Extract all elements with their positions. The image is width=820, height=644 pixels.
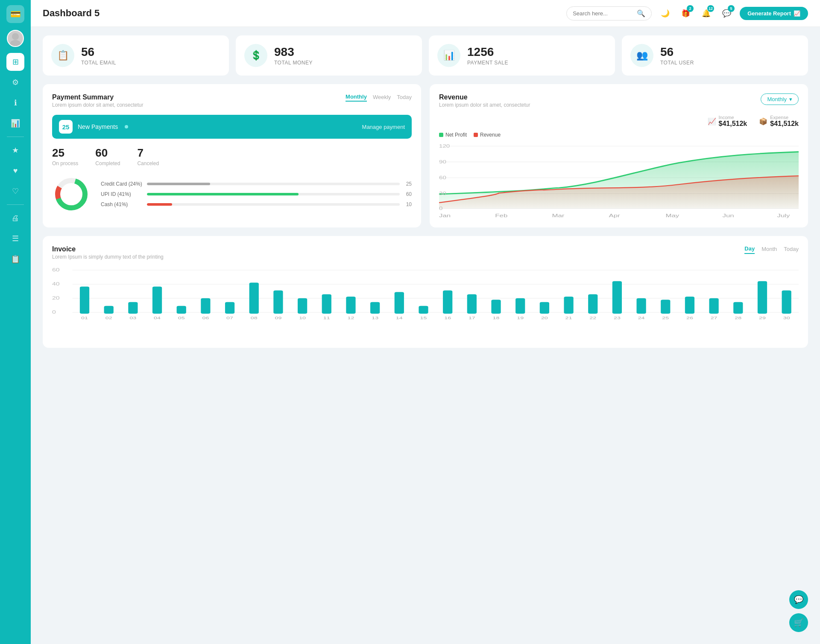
bar-30[interactable]	[782, 291, 791, 314]
bar-26[interactable]	[685, 297, 694, 314]
sidebar-item-doc[interactable]: 📋	[6, 250, 24, 268]
bar-05[interactable]	[177, 306, 186, 314]
doc-icon: 📋	[11, 254, 20, 264]
tab-today[interactable]: Today	[397, 93, 412, 102]
sidebar-item-analytics[interactable]: 📊	[6, 114, 24, 132]
sidebar-item-print[interactable]: 🖨	[6, 209, 24, 227]
search-input[interactable]	[573, 10, 633, 17]
svg-text:40: 40	[52, 282, 60, 286]
stat-cards: 📋 56 TOTAL EMAIL 💲 983 TOTAL MONEY 📊 125…	[43, 35, 808, 76]
bar-14[interactable]	[395, 292, 404, 314]
payment-summary-title-block: Payment Summary Lorem ipsum dolor sit am…	[52, 93, 143, 108]
bar-label-12: 12	[348, 316, 354, 321]
sidebar: 💳 ⊞ ⚙ ℹ 📊 ★ ♥ ♡ 🖨 ☰ 📋	[0, 0, 31, 644]
sidebar-logo[interactable]: 💳	[6, 5, 24, 23]
bar-label-29: 29	[759, 316, 766, 321]
dashboard-body: 📋 56 TOTAL EMAIL 💲 983 TOTAL MONEY 📊 125…	[31, 27, 820, 356]
bar-10[interactable]	[298, 298, 307, 314]
invoice-tabs: Day Month Today	[744, 245, 799, 254]
generate-report-button[interactable]: Generate Report 📈	[740, 7, 808, 20]
sidebar-item-heart1[interactable]: ♥	[6, 162, 24, 180]
bar-label-06: 06	[202, 316, 209, 321]
sidebar-item-info[interactable]: ℹ	[6, 94, 24, 112]
sidebar-item-star[interactable]: ★	[6, 141, 24, 159]
bar-16[interactable]	[443, 291, 452, 314]
bell-button[interactable]: 🔔 12	[699, 6, 713, 20]
revenue-title-block: Revenue Lorem ipsum dolor sit amet, cons…	[439, 93, 530, 108]
bar-20[interactable]	[540, 302, 549, 314]
bar-21[interactable]	[564, 297, 573, 314]
svg-text:0: 0	[439, 206, 442, 211]
search-icon: 🔍	[637, 9, 645, 17]
bar-24[interactable]	[636, 298, 646, 314]
bar-02[interactable]	[104, 306, 114, 314]
revenue-subtitle: Lorem ipsum dolor sit amet, consectetur	[439, 102, 530, 108]
bar-08[interactable]	[249, 283, 259, 314]
manage-payment-link[interactable]: Manage payment	[362, 124, 405, 130]
fab-cart-button[interactable]: 🛒	[789, 613, 808, 632]
legend-row: Net Profit Revenue	[439, 132, 799, 138]
bar-07[interactable]	[225, 302, 234, 314]
bar-22[interactable]	[588, 294, 597, 314]
fab-chat-button[interactable]: 💬	[789, 590, 808, 609]
bar-03[interactable]	[128, 302, 138, 314]
bar-04[interactable]	[152, 286, 162, 314]
bell-badge: 12	[707, 5, 714, 12]
bar-18[interactable]	[491, 300, 501, 314]
bar-25[interactable]	[661, 300, 670, 314]
search-box[interactable]: 🔍	[566, 6, 652, 20]
bar-09[interactable]	[273, 291, 283, 314]
credit-card-bar-fill	[147, 183, 210, 185]
bar-label-15: 15	[420, 316, 427, 321]
bar-label-07: 07	[226, 316, 233, 321]
bar-label-05: 05	[178, 316, 185, 321]
bar-19[interactable]	[515, 298, 525, 314]
bar-label-03: 03	[129, 316, 136, 321]
bar-12[interactable]	[346, 297, 355, 314]
theme-toggle-button[interactable]: 🌙	[658, 6, 672, 20]
bar-28[interactable]	[733, 302, 743, 314]
sidebar-item-list[interactable]: ☰	[6, 230, 24, 248]
bar-17[interactable]	[467, 294, 477, 314]
payment-summary-tabs: Monthly Weekly Today	[346, 93, 412, 102]
bar-27[interactable]	[709, 298, 719, 314]
svg-text:60: 60	[52, 268, 60, 272]
tab-weekly[interactable]: Weekly	[373, 93, 391, 102]
header: Dashboard 5 🔍 🌙 🎁 2 🔔 12 💬 5 Gen	[31, 0, 820, 27]
tab-monthly[interactable]: Monthly	[346, 93, 367, 102]
bar-label-02: 02	[105, 316, 112, 321]
invoice-title: Invoice	[52, 245, 164, 253]
bar-15[interactable]	[419, 306, 428, 314]
credit-card-bar-bg	[147, 183, 400, 185]
bar-label-08: 08	[251, 316, 258, 321]
svg-text:30: 30	[439, 191, 446, 196]
avatar[interactable]	[7, 30, 24, 47]
invoice-tab-month[interactable]: Month	[761, 245, 777, 254]
bar-23[interactable]	[612, 281, 622, 314]
bar-label-20: 20	[541, 316, 548, 321]
bar-06[interactable]	[201, 298, 210, 314]
sidebar-item-dashboard[interactable]: ⊞	[6, 53, 24, 71]
upi-bar-fill	[147, 193, 299, 195]
bar-13[interactable]	[370, 302, 380, 314]
invoice-tab-day[interactable]: Day	[744, 245, 755, 254]
total-email-num: 56	[81, 45, 116, 59]
gift-button[interactable]: 🎁 2	[678, 6, 693, 20]
sidebar-divider-2	[7, 204, 24, 205]
settings-icon: ⚙	[12, 78, 19, 87]
svg-text:Apr: Apr	[609, 213, 620, 218]
upi-label: UPI ID (41%)	[101, 191, 144, 197]
heart-outline-icon: ♡	[12, 186, 19, 196]
invoice-tab-today[interactable]: Today	[784, 245, 799, 254]
revenue-monthly-dropdown[interactable]: Monthly ▾	[761, 93, 799, 105]
bar-label-09: 09	[275, 316, 281, 321]
sidebar-item-heart2[interactable]: ♡	[6, 182, 24, 200]
svg-text:120: 120	[439, 143, 450, 149]
bar-01[interactable]	[80, 286, 89, 314]
bar-29[interactable]	[758, 281, 767, 314]
bar-11[interactable]	[322, 294, 331, 314]
bar-label-10: 10	[299, 316, 306, 321]
dashboard-icon: ⊞	[12, 57, 19, 67]
sidebar-item-settings[interactable]: ⚙	[6, 73, 24, 91]
chat-button[interactable]: 💬 5	[719, 6, 734, 20]
